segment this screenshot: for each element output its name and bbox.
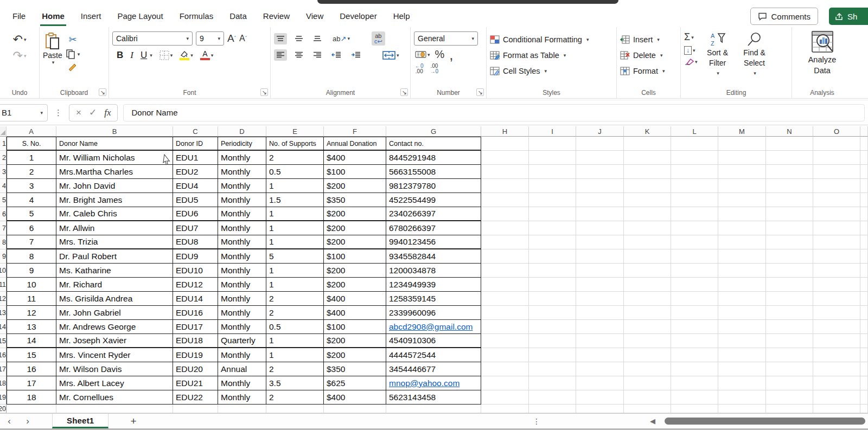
merge-center-button[interactable]: ▾: [382, 51, 399, 60]
cell[interactable]: 2340266397: [386, 207, 481, 221]
cell[interactable]: [766, 207, 813, 221]
cell[interactable]: [813, 179, 860, 193]
cell[interactable]: Ms. Grisilda Andrea: [56, 292, 173, 306]
cell[interactable]: 5: [7, 207, 56, 221]
cell[interactable]: [529, 151, 576, 165]
cell[interactable]: [718, 306, 766, 320]
cell[interactable]: 1: [266, 264, 324, 278]
cell[interactable]: Monthly: [218, 235, 266, 249]
cell[interactable]: [671, 334, 718, 348]
cancel-icon[interactable]: ×: [76, 107, 81, 118]
cell[interactable]: [813, 193, 860, 207]
cell[interactable]: [718, 264, 766, 278]
cell[interactable]: [481, 334, 529, 348]
tab-home[interactable]: Home: [34, 8, 73, 24]
cell[interactable]: [860, 193, 868, 207]
cell[interactable]: [324, 405, 386, 413]
cell[interactable]: EDU2: [173, 165, 218, 179]
cell[interactable]: [860, 249, 868, 264]
cell[interactable]: 0.5: [266, 320, 324, 334]
cell[interactable]: [718, 278, 766, 292]
enter-icon[interactable]: ✓: [89, 107, 97, 118]
row-header-15[interactable]: 15: [0, 334, 7, 348]
column-header-J[interactable]: J: [576, 126, 624, 137]
cell[interactable]: 1234949939: [386, 278, 481, 292]
middle-align-button[interactable]: [292, 33, 305, 44]
next-sheet-icon[interactable]: ›: [18, 416, 37, 427]
row-header-18[interactable]: 18: [0, 376, 7, 390]
cell[interactable]: [624, 348, 671, 362]
font-dialog-launcher[interactable]: ↘: [260, 88, 268, 96]
cell[interactable]: Annual: [218, 362, 266, 376]
cell[interactable]: Periodicity: [218, 137, 266, 151]
clipboard-dialog-launcher[interactable]: ↘: [99, 88, 106, 96]
cell[interactable]: [671, 348, 718, 362]
format-painter-button[interactable]: [68, 63, 78, 72]
cell[interactable]: [624, 405, 671, 413]
cell[interactable]: [718, 137, 766, 151]
cell[interactable]: Monthly: [218, 264, 266, 278]
cell[interactable]: 1200034878: [386, 264, 481, 278]
cell[interactable]: 1: [266, 235, 324, 249]
column-header-E[interactable]: E: [266, 126, 324, 137]
cell[interactable]: [718, 292, 766, 306]
cell[interactable]: Monthly: [218, 306, 266, 320]
cell[interactable]: [624, 235, 671, 249]
cell[interactable]: 2: [7, 165, 56, 179]
cell[interactable]: 9: [7, 264, 56, 278]
column-header-L[interactable]: L: [671, 126, 718, 137]
delete-cells-button[interactable]: Delete ▾: [620, 48, 677, 62]
cell[interactable]: [576, 264, 624, 278]
row-header-19[interactable]: 19: [0, 390, 7, 405]
cell[interactable]: 14: [7, 334, 56, 348]
cell[interactable]: [576, 278, 624, 292]
cell[interactable]: 12: [7, 306, 56, 320]
cell[interactable]: [671, 376, 718, 390]
cell[interactable]: [813, 151, 860, 165]
cell[interactable]: [860, 362, 868, 376]
cell[interactable]: [718, 334, 766, 348]
cell[interactable]: $400: [324, 306, 386, 320]
cell[interactable]: [813, 292, 860, 306]
share-button[interactable]: Sh: [829, 8, 868, 25]
shrink-font-button[interactable]: Aˇ: [239, 34, 247, 43]
cell[interactable]: Donor Name: [56, 137, 173, 151]
cell[interactable]: [529, 292, 576, 306]
format-as-table-button[interactable]: Format as Table ▾: [490, 48, 613, 62]
cell[interactable]: [718, 207, 766, 221]
number-format-select[interactable]: General ▾: [414, 31, 478, 46]
cell[interactable]: [766, 249, 813, 264]
cell[interactable]: 9345582844: [386, 249, 481, 264]
cell[interactable]: [481, 264, 529, 278]
column-header-I[interactable]: I: [529, 126, 576, 137]
paste-button[interactable]: Paste ▾: [43, 31, 62, 87]
tab-developer[interactable]: Developer: [331, 8, 385, 24]
cell[interactable]: [860, 405, 868, 413]
cell[interactable]: Mr. Andrews George: [56, 320, 173, 334]
cell[interactable]: [813, 264, 860, 278]
cell-hyperlink[interactable]: mnop@yahoo.com: [389, 378, 459, 388]
cell[interactable]: [481, 306, 529, 320]
cell[interactable]: [766, 320, 813, 334]
format-cells-button[interactable]: Format ▾: [620, 64, 677, 78]
cell[interactable]: [624, 264, 671, 278]
autosum-button[interactable]: Σ ▾: [684, 31, 694, 43]
tab-formulas[interactable]: Formulas: [171, 8, 222, 24]
cell[interactable]: [576, 151, 624, 165]
cell[interactable]: Contact no.: [386, 137, 481, 151]
cell[interactable]: [529, 390, 576, 405]
cell[interactable]: Mr. Wilson Davis: [56, 362, 173, 376]
cell[interactable]: Donor ID: [173, 137, 218, 151]
cell[interactable]: 4: [7, 193, 56, 207]
alignment-dialog-launcher[interactable]: ↘: [400, 88, 408, 96]
cell[interactable]: $100: [324, 249, 386, 264]
cell[interactable]: [860, 221, 868, 235]
cell[interactable]: 15: [7, 348, 56, 362]
cell[interactable]: 1.5: [266, 193, 324, 207]
cell[interactable]: No. of Supports: [266, 137, 324, 151]
column-header-C[interactable]: C: [173, 126, 218, 137]
cell[interactable]: [718, 362, 766, 376]
cell[interactable]: [481, 405, 529, 413]
cell[interactable]: [529, 376, 576, 390]
cell[interactable]: [576, 376, 624, 390]
